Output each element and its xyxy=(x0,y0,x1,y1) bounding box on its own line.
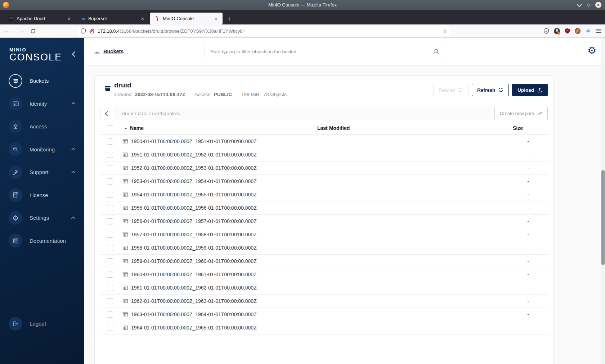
settings-gear-icon[interactable]: ⚙ xyxy=(587,46,596,56)
url-bar[interactable]: 172.18.0.4:31664/buckets/druid/browse/ZG… xyxy=(77,26,451,36)
sidebar-item-access[interactable]: Access xyxy=(0,115,84,138)
cookie-icon[interactable] xyxy=(575,28,581,34)
tab-apache-druid[interactable]: Apache Druid × xyxy=(3,13,76,24)
object-name-link[interactable]: 1953-01-01T00:00:00.000Z_1954-01-01T00:0… xyxy=(131,178,257,184)
object-name-link[interactable]: 1950-01-01T00:00:00.000Z_1951-01-01T00:0… xyxy=(131,138,257,144)
sidebar-item-documentation[interactable]: Documentation xyxy=(0,229,84,252)
sidebar-item-label: Monitoring xyxy=(30,146,55,153)
row-checkbox[interactable] xyxy=(107,272,113,278)
colorful-asterisk-icon[interactable] xyxy=(585,28,591,34)
ublock-shield-icon[interactable] xyxy=(565,28,570,34)
sidebar-item-logout[interactable]: Logout xyxy=(0,312,84,335)
chevron-up-icon[interactable] xyxy=(71,171,75,175)
table-row[interactable]: 1952-01-01T00:00:00.000Z_1953-01-01T00:0… xyxy=(100,161,548,175)
tab-close-icon[interactable]: × xyxy=(66,16,72,22)
row-checkbox[interactable] xyxy=(107,138,113,145)
bucket-summary: 199 MiB - 73 Objects xyxy=(241,92,287,97)
row-checkbox[interactable] xyxy=(107,298,113,304)
column-header-size[interactable]: Size xyxy=(513,125,523,131)
object-name-link[interactable]: 1956-01-01T00:00:00.000Z_1957-01-01T00:0… xyxy=(131,218,257,224)
object-filter-input[interactable] xyxy=(210,49,433,54)
prefix-folder-icon xyxy=(122,205,128,211)
tracking-shield-icon[interactable] xyxy=(81,28,86,34)
window-maximize-icon[interactable]: ◇ xyxy=(587,3,590,7)
object-name-link[interactable]: 1958-01-01T00:00:00.000Z_1959-01-01T00:0… xyxy=(131,245,257,251)
table-row[interactable]: 1954-01-01T00:00:00.000Z_1955-01-01T00:0… xyxy=(100,188,548,201)
new-tab-button[interactable]: + xyxy=(223,15,236,24)
table-row[interactable]: 1963-01-01T00:00:00.000Z_1964-01-01T00:0… xyxy=(100,308,548,321)
tab-superset[interactable]: ∞ Superset × xyxy=(76,13,149,24)
row-checkbox[interactable] xyxy=(107,311,113,318)
sidebar-item-monitoring[interactable]: Monitoring xyxy=(0,138,84,161)
table-row[interactable]: 1958-01-01T00:00:00.000Z_1959-01-01T00:0… xyxy=(100,241,548,255)
table-row[interactable]: 1964-01-01T00:00:00.000Z_1965-01-01T00:0… xyxy=(100,321,548,335)
row-checkbox[interactable] xyxy=(107,178,113,185)
object-name-link[interactable]: 1963-01-01T00:00:00.000Z_1964-01-01T00:0… xyxy=(131,311,257,317)
table-row[interactable]: 1960-01-01T00:00:00.000Z_1961-01-01T00:0… xyxy=(100,268,548,281)
row-checkbox[interactable] xyxy=(107,245,113,251)
row-checkbox[interactable] xyxy=(107,258,113,264)
table-row[interactable]: 1953-01-01T00:00:00.000Z_1954-01-01T00:0… xyxy=(100,175,548,188)
object-name-link[interactable]: 1952-01-01T00:00:00.000Z_1953-01-01T00:0… xyxy=(131,165,257,171)
table-row[interactable]: 1951-01-01T00:00:00.000Z_1952-01-01T00:0… xyxy=(100,148,548,161)
object-name-link[interactable]: 1957-01-01T00:00:00.000Z_1958-01-01T00:0… xyxy=(131,232,257,237)
tab-close-icon[interactable]: × xyxy=(140,16,145,22)
hamburger-menu-icon[interactable] xyxy=(596,29,601,33)
object-name-link[interactable]: 1964-01-01T00:00:00.000Z_1965-01-01T00:0… xyxy=(131,325,257,331)
row-checkbox[interactable] xyxy=(107,152,113,158)
nav-back-icon[interactable]: ← xyxy=(0,28,14,34)
table-row[interactable]: 1959-01-01T00:00:00.000Z_1960-01-01T00:0… xyxy=(100,255,548,268)
table-row[interactable]: 1961-01-01T00:00:00.000Z_1962-01-01T00:0… xyxy=(100,281,548,295)
object-name-link[interactable]: 1954-01-01T00:00:00.000Z_1955-01-01T00:0… xyxy=(131,192,257,197)
row-checkbox[interactable] xyxy=(107,285,113,291)
chevron-up-icon[interactable] xyxy=(71,148,75,152)
buckets-back-link[interactable]: ← Buckets xyxy=(94,48,124,55)
object-name-link[interactable]: 1951-01-01T00:00:00.000Z_1952-01-01T00:0… xyxy=(131,152,257,158)
upload-button[interactable]: Upload xyxy=(512,84,548,96)
sidebar-item-settings[interactable]: ⚙ Settings xyxy=(0,206,84,229)
object-name-link[interactable]: 1962-01-01T00:00:00.000Z_1963-01-01T00:0… xyxy=(131,298,257,304)
row-checkbox[interactable] xyxy=(107,325,113,331)
object-name-link[interactable]: 1955-01-01T00:00:00.000Z_1956-01-01T00:0… xyxy=(131,205,257,211)
sidebar-item-license[interactable]: License xyxy=(0,184,84,207)
insecure-lock-icon[interactable] xyxy=(89,28,95,34)
account-avatar-icon[interactable] xyxy=(554,28,560,34)
bookmark-star-icon[interactable]: ☆ xyxy=(443,28,447,35)
window-minimize-icon[interactable] xyxy=(577,2,582,7)
nav-forward-icon[interactable]: → xyxy=(14,28,29,34)
access-value[interactable]: PUBLIC xyxy=(214,92,232,97)
create-new-path-button[interactable]: Create new path xyxy=(494,107,548,120)
table-row[interactable]: 1950-01-01T00:00:00.000Z_1951-01-01T00:0… xyxy=(100,135,548,148)
table-row[interactable]: 1957-01-01T00:00:00.000Z_1958-01-01T00:0… xyxy=(100,228,548,241)
row-checkbox[interactable] xyxy=(107,232,113,238)
tab-close-icon[interactable]: × xyxy=(213,16,219,22)
chevron-up-icon[interactable] xyxy=(71,102,75,106)
row-checkbox[interactable] xyxy=(107,192,113,198)
pocket-shield-icon[interactable] xyxy=(543,28,549,34)
refresh-button[interactable]: Refresh xyxy=(472,84,509,96)
window-close-icon[interactable]: × xyxy=(595,2,601,8)
table-row[interactable]: 1956-01-01T00:00:00.000Z_1957-01-01T00:0… xyxy=(100,215,548,228)
chevron-up-icon[interactable] xyxy=(71,217,75,220)
row-checkbox[interactable] xyxy=(107,218,113,224)
tab-minio-console[interactable]: MinIO Console × xyxy=(150,13,223,24)
object-size: - xyxy=(527,298,529,304)
column-header-last-modified[interactable]: Last Modified xyxy=(317,125,350,131)
sidebar-item-identity[interactable]: Identity xyxy=(0,92,84,115)
table-row[interactable]: 1962-01-01T00:00:00.000Z_1963-01-01T00:0… xyxy=(100,295,548,308)
path-back-button[interactable] xyxy=(101,107,114,120)
sidebar-item-support[interactable]: Support xyxy=(0,161,84,184)
object-name-link[interactable]: 1961-01-01T00:00:00.000Z_1962-01-01T00:0… xyxy=(131,285,257,291)
column-header-name[interactable]: ▲ Name xyxy=(124,125,144,131)
table-row[interactable]: 1955-01-01T00:00:00.000Z_1956-01-01T00:0… xyxy=(100,201,548,215)
object-name-link[interactable]: 1959-01-01T00:00:00.000Z_1960-01-01T00:0… xyxy=(131,258,257,264)
nav-reload-icon[interactable] xyxy=(30,28,36,34)
breadcrumb[interactable]: druid / data / earthquakes xyxy=(114,107,180,120)
row-checkbox[interactable] xyxy=(107,205,113,211)
sidebar-item-buckets[interactable]: Buckets xyxy=(0,69,84,92)
object-name-link[interactable]: 1960-01-01T00:00:00.000Z_1961-01-01T00:0… xyxy=(131,272,257,277)
select-all-checkbox[interactable] xyxy=(107,125,113,131)
scrollbar-track[interactable] xyxy=(601,38,605,364)
scrollbar-thumb[interactable] xyxy=(601,170,605,265)
row-checkbox[interactable] xyxy=(107,165,113,171)
